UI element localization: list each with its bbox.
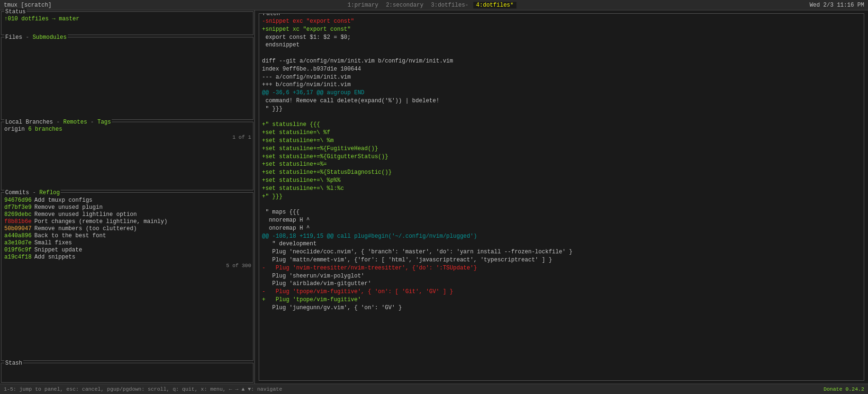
commit-msg-0: Add tmuxp configs — [35, 197, 92, 204]
patch-line-11: " }}} — [262, 105, 861, 113]
commit-row-3[interactable]: f8b81b6e Port changes (remote lightline,… — [4, 218, 250, 225]
patch-line-3: endsnippet — [262, 41, 861, 49]
patch-line-21: +set statusline+=\ %l:%c — [262, 185, 861, 193]
stash-title: Stash — [4, 360, 23, 367]
tab-3[interactable]: 3:dotfiles- — [428, 2, 471, 9]
tmux-time: Wed 2/3 11:16 PM — [810, 2, 864, 9]
patch-line-20: +set statusline+=\ %p%% — [262, 177, 861, 185]
commit-msg-2: Remove unused lightline option — [35, 211, 137, 218]
patch-line-15: +set statusline+=\ %m — [262, 137, 861, 145]
commit-msg-5: Back to the best font — [35, 233, 106, 239]
patch-line-25: nnoremap H ^ — [262, 216, 861, 224]
branches-title: Local Branches - Remotes - Tags — [4, 119, 112, 125]
patch-line-16: +set statusline+=%{FugitiveHead()} — [262, 145, 861, 153]
patch-line-36: Plug 'junegunn/gv.vim', { 'on': 'GV' } — [262, 304, 861, 312]
commit-row-6[interactable]: a3e10d7e Small fixes — [4, 240, 250, 246]
tab-1[interactable]: 1:primary — [345, 2, 381, 9]
patch-line-4 — [262, 49, 861, 57]
patch-line-27: @@ -108,18 +119,15 @@ call plug#begin('~… — [262, 233, 861, 241]
patch-line-13: +" statusline {{{ — [262, 121, 861, 129]
patch-line-22: +" }}} — [262, 193, 861, 201]
patch-line-26: onoremap H ^ — [262, 224, 861, 233]
commit-msg-6: Small fixes — [35, 240, 72, 246]
patch-line-10: command! Remove call delete(expand('%'))… — [262, 97, 861, 105]
patch-line-1: +snippet xc "export const" — [262, 26, 861, 34]
right-panel: Patch -snippet exc "export const" +snipp… — [255, 10, 868, 384]
commit-row-1[interactable]: df7bf3e9 Remove unused plugin — [4, 204, 250, 211]
patch-line-6: index 9eff6be..b937d1e 100644 — [262, 65, 861, 73]
commit-hash-5: a440a896 — [4, 233, 32, 239]
bottom-help: 1-5: jump to panel, esc: cancel, pgup/pg… — [4, 386, 282, 392]
patch-line-7: --- a/config/nvim/init.vim — [262, 73, 861, 81]
patch-line-9: @@ -36,6 +36,17 @@ augroup END — [262, 89, 861, 97]
commit-row-2[interactable]: 8269debc Remove unused lightline option — [4, 211, 250, 218]
status-content: ↑010 dotfiles → master — [1, 12, 253, 24]
status-line: ↑010 dotfiles → master — [4, 16, 250, 22]
patch-line-8: +++ b/config/nvim/init.vim — [262, 81, 861, 89]
patch-line-18: +set statusline+=%= — [262, 161, 861, 169]
commit-hash-4: 50b09047 — [4, 225, 32, 232]
patch-content: -snippet exc "export const" +snippet xc … — [259, 14, 864, 380]
commit-hash-3: f8b81b6e — [4, 218, 32, 225]
tmux-titlebar: tmux [scratch] 1:primary 2:secondary 3:d… — [0, 0, 868, 10]
commit-msg-3: Port changes (remote lightline, mainly) — [35, 218, 168, 225]
patch-line-29: Plug 'neoclide/coc.nvim', { 'branch': 'm… — [262, 248, 861, 256]
commit-row-7[interactable]: 019f6c9f Snippet update — [4, 247, 250, 253]
patch-line-2: export const $1: $2 = $0; — [262, 34, 861, 42]
status-section: Status ↑010 dotfiles → master — [1, 11, 253, 35]
commits-page: 5 of 300 — [1, 263, 253, 269]
commit-row-4[interactable]: 50b09047 Remove numbers (too cluttered) — [4, 225, 250, 232]
patch-line-0: -snippet exc "export const" — [262, 18, 861, 26]
branch-item: origin 6 branches — [4, 126, 250, 133]
donate-label[interactable]: Donate 0.24.2 — [823, 386, 864, 392]
patch-line-24: " maps {{{ — [262, 208, 861, 216]
tab-2[interactable]: 2:secondary — [383, 2, 426, 9]
tmux-tabs: 1:primary 2:secondary 3:dotfiles- 4:dotf… — [345, 2, 516, 9]
commit-msg-4: Remove numbers (too cluttered) — [35, 225, 137, 232]
branches-page: 1 of 1 — [1, 134, 253, 141]
patch-line-28: " development — [262, 240, 861, 248]
commit-hash-1: df7bf3e9 — [4, 204, 32, 211]
commit-hash-2: 8269debc — [4, 211, 32, 218]
commits-content: 94676d96 Add tmuxp configs df7bf3e9 Remo… — [1, 193, 253, 263]
commit-row-5[interactable]: a440a896 Back to the best font — [4, 233, 250, 239]
commits-section: Commits - Reflog 94676d96 Add tmuxp conf… — [1, 192, 253, 361]
patch-line-14: +set statusline=\ %f — [262, 129, 861, 137]
files-title: Files - Submodules — [4, 34, 68, 41]
files-section: Files - Submodules — [1, 37, 253, 120]
stash-content — [1, 363, 253, 373]
commit-hash-0: 94676d96 — [4, 197, 32, 204]
commit-row-8[interactable]: a19c4f18 Add snippets — [4, 254, 250, 260]
patch-line-12 — [262, 113, 861, 121]
branches-section: Local Branches - Remotes - Tags origin 6… — [1, 122, 253, 190]
patch-line-23 — [262, 200, 861, 208]
commit-row-0[interactable]: 94676d96 Add tmuxp configs — [4, 197, 250, 204]
commit-hash-8: a19c4f18 — [4, 254, 32, 260]
patch-title: Patch — [262, 13, 281, 17]
patch-section: Patch -snippet exc "export const" +snipp… — [259, 13, 864, 381]
commit-msg-8: Add snippets — [35, 254, 75, 260]
patch-line-35: + Plug 'tpope/vim-fugitive' — [262, 296, 861, 304]
patch-line-33: Plug 'airblade/vim-gitgutter' — [262, 280, 861, 288]
patch-line-30: Plug 'mattn/emmet-vim', {'for': [ 'html'… — [262, 256, 861, 264]
commit-hash-7: 019f6c9f — [4, 247, 32, 253]
main-layout: Status ↑010 dotfiles → master Files - Su… — [0, 10, 868, 384]
status-title: Status — [4, 9, 27, 15]
patch-line-32: Plug 'sheerun/vim-polyglot' — [262, 272, 861, 280]
patch-line-17: +set statusline+=%{GitgutterStatus()} — [262, 153, 861, 161]
patch-line-31: - Plug 'nvim-treesitter/nvim-treesitter'… — [262, 264, 861, 272]
commit-hash-6: a3e10d7e — [4, 240, 32, 246]
patch-line-19: +set statusline+=%{StatusDiagnostic()} — [262, 169, 861, 177]
commit-msg-1: Remove unused plugin — [35, 204, 103, 211]
commits-title: Commits - Reflog — [4, 189, 61, 196]
patch-line-34: - Plug 'tpope/vim-fugitive', { 'on': [ '… — [262, 288, 861, 296]
bottom-bar: 1-5: jump to panel, esc: cancel, pgup/pg… — [0, 384, 868, 394]
tmux-title: tmux [scratch] — [4, 2, 52, 9]
patch-line-5: diff --git a/config/nvim/init.vim b/conf… — [262, 57, 861, 65]
stash-section: Stash — [1, 363, 253, 383]
tab-4[interactable]: 4:dotfiles* — [473, 2, 516, 9]
commit-msg-7: Snippet update — [35, 247, 82, 253]
left-panel: Status ↑010 dotfiles → master Files - Su… — [0, 10, 255, 384]
